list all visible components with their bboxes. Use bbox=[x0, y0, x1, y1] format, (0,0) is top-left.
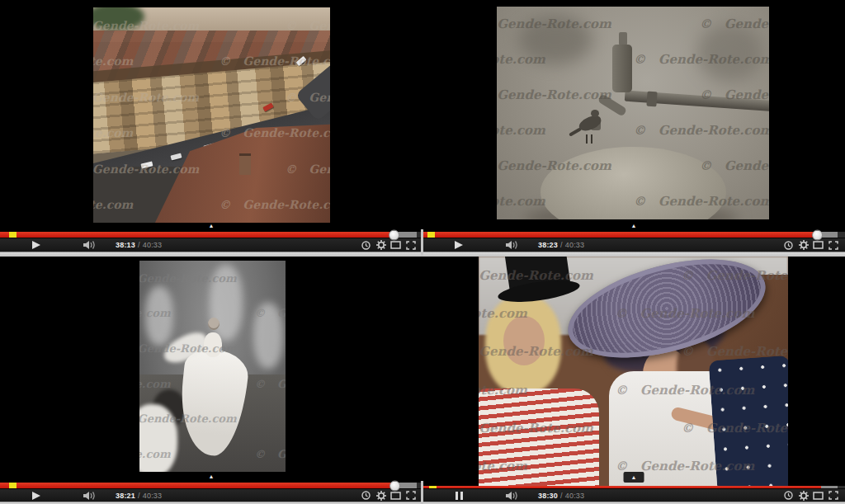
background-dancer bbox=[253, 303, 283, 369]
volume-icon bbox=[506, 491, 520, 501]
scrubber-handle[interactable] bbox=[389, 229, 399, 240]
volume-button[interactable] bbox=[505, 491, 520, 501]
volume-button[interactable] bbox=[83, 240, 97, 250]
fullscreen-button[interactable] bbox=[828, 490, 838, 501]
video-area[interactable]: © Gende-Rote.com © Gende-Rote.com © Gend… bbox=[0, 0, 422, 232]
fullscreen-icon bbox=[406, 241, 416, 250]
fullscreen-button[interactable] bbox=[405, 490, 416, 501]
theater-mode-icon bbox=[813, 492, 824, 500]
watch-later-button[interactable] bbox=[361, 240, 371, 251]
theater-mode-icon bbox=[390, 241, 401, 249]
video-player-top-right: © Gende-Rote.com © Gende-Rote.com © Gend… bbox=[422, 0, 845, 257]
expand-arrow-icon[interactable]: ▲ bbox=[624, 472, 644, 483]
expand-arrow-icon[interactable]: ▲ bbox=[209, 473, 215, 479]
pipe-coupling bbox=[646, 92, 657, 107]
watch-later-button[interactable] bbox=[783, 490, 794, 501]
video-player-bottom-right: © Gende-Rote.com © Gende-Rote.com © Gend… bbox=[422, 257, 845, 504]
video-frame-city-aerial: © Gende-Rote.com © Gende-Rote.com © Gend… bbox=[93, 7, 330, 223]
progress-bar[interactable] bbox=[422, 232, 845, 238]
play-icon bbox=[32, 241, 40, 249]
time-display: 38:21/40:33 bbox=[116, 492, 162, 500]
expand-arrow-icon[interactable]: ▲ bbox=[209, 223, 215, 228]
polka-dot-fabric bbox=[708, 356, 788, 486]
current-time: 38:23 bbox=[538, 241, 558, 249]
valve-cap bbox=[619, 32, 627, 45]
bird-head bbox=[591, 110, 599, 117]
video-area[interactable]: © Gende-Rote.com © Gende-Rote.com © Gend… bbox=[422, 257, 845, 486]
ad-marker bbox=[9, 232, 17, 238]
screenshot-divider bbox=[421, 229, 423, 257]
settings-button[interactable] bbox=[798, 490, 809, 501]
video-frame-two-girls: © Gende-Rote.com © Gende-Rote.com © Gend… bbox=[479, 257, 788, 486]
play-button[interactable] bbox=[452, 240, 465, 250]
scrubber-handle[interactable] bbox=[812, 229, 823, 240]
watch-later-icon bbox=[361, 241, 371, 250]
theater-mode-button[interactable] bbox=[813, 490, 824, 501]
screenshot-divider bbox=[421, 481, 423, 504]
watch-later-button[interactable] bbox=[361, 490, 371, 501]
scrubber-handle[interactable] bbox=[389, 480, 400, 491]
play-button[interactable] bbox=[30, 240, 43, 250]
current-time: 38:30 bbox=[538, 492, 558, 500]
progress-bar[interactable] bbox=[0, 232, 422, 238]
video-area[interactable]: © Gende-Rote.com © Gende-Rote.com © Gend… bbox=[422, 0, 845, 232]
time-display: 38:30/40:33 bbox=[538, 492, 584, 500]
duration: 40:33 bbox=[565, 241, 585, 249]
watch-later-button[interactable] bbox=[783, 240, 794, 251]
volume-button[interactable] bbox=[505, 240, 520, 250]
theater-mode-button[interactable] bbox=[390, 240, 401, 251]
right-controls bbox=[783, 240, 838, 251]
current-time: 38:13 bbox=[116, 241, 135, 249]
valve-body bbox=[612, 45, 632, 92]
duration: 40:33 bbox=[565, 492, 585, 500]
settings-icon bbox=[376, 491, 386, 501]
play-button[interactable] bbox=[30, 491, 43, 501]
video-frame-bird-on-tap: © Gende-Rote.com © Gende-Rote.com © Gend… bbox=[497, 7, 769, 219]
video-player-bottom-left: © Gende-Rote.com © Gende-Rote.com © Gend… bbox=[0, 257, 422, 504]
foreground-figure-dress bbox=[139, 404, 177, 472]
duration: 40:33 bbox=[143, 241, 163, 249]
video-player-top-left: © Gende-Rote.com © Gende-Rote.com © Gend… bbox=[0, 0, 422, 257]
settings-icon bbox=[376, 240, 386, 250]
settings-button[interactable] bbox=[375, 490, 386, 501]
volume-button[interactable] bbox=[83, 491, 97, 501]
right-controls bbox=[783, 490, 838, 501]
theater-mode-button[interactable] bbox=[813, 240, 824, 251]
theater-mode-button[interactable] bbox=[390, 490, 401, 501]
volume-icon bbox=[83, 491, 97, 501]
background-blur bbox=[518, 15, 592, 64]
progress-played bbox=[422, 232, 817, 238]
watermark-text: © Gende-Rote.com © Gende-Rote.com © Gend… bbox=[497, 125, 769, 137]
right-controls bbox=[361, 490, 416, 501]
girl-left-face bbox=[503, 316, 545, 365]
bird-leg bbox=[591, 134, 592, 144]
settings-button[interactable] bbox=[375, 240, 386, 251]
video-area[interactable]: © Gende-Rote.com © Gende-Rote.com © Gend… bbox=[0, 257, 422, 483]
time-separator: / bbox=[560, 241, 563, 249]
fullscreen-button[interactable] bbox=[405, 240, 416, 251]
theater-mode-icon bbox=[390, 492, 401, 500]
video-grid: © Gende-Rote.com © Gende-Rote.com © Gend… bbox=[0, 0, 845, 504]
current-time: 38:21 bbox=[116, 492, 135, 500]
player-controls: 38:21/40:33 bbox=[0, 488, 422, 502]
ad-marker bbox=[9, 483, 17, 488]
play-icon bbox=[455, 241, 463, 249]
theater-mode-icon bbox=[813, 241, 824, 249]
progress-remaining bbox=[837, 232, 845, 238]
settings-icon bbox=[799, 240, 809, 250]
time-separator: / bbox=[138, 241, 140, 249]
time-display: 38:13/40:33 bbox=[116, 241, 162, 249]
fullscreen-button[interactable] bbox=[828, 240, 838, 251]
fullscreen-icon bbox=[828, 241, 838, 250]
player-controls: 38:30/40:33 bbox=[422, 488, 845, 502]
expand-arrow-icon[interactable]: ▲ bbox=[631, 223, 637, 228]
fullscreen-icon bbox=[828, 491, 838, 500]
progress-bar[interactable] bbox=[0, 483, 422, 488]
video-frame-dancer: © Gende-Rote.com © Gende-Rote.com © Gend… bbox=[139, 261, 286, 472]
watch-later-icon bbox=[361, 491, 371, 500]
time-separator: / bbox=[560, 492, 563, 500]
dancer-bodice bbox=[204, 332, 222, 357]
pause-button[interactable] bbox=[452, 491, 465, 501]
watch-later-icon bbox=[784, 241, 793, 250]
settings-button[interactable] bbox=[798, 240, 809, 251]
